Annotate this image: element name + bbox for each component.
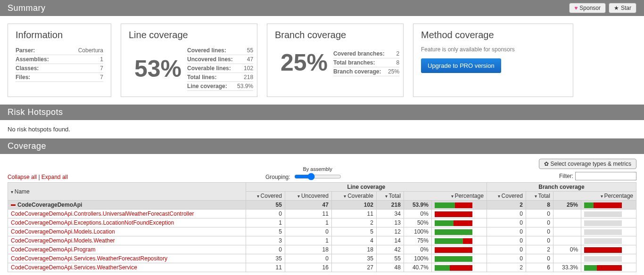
pct-bar-empty — [584, 211, 622, 217]
col-coverable[interactable]: Coverable — [331, 192, 376, 201]
branch-big-percent: 25% — [281, 51, 328, 74]
row-name: CodeCoverageDemoApi.Services.WeatherServ… — [8, 263, 246, 272]
select-metrics-button[interactable]: ✿Select coverage types & metrics — [539, 159, 636, 169]
class-link[interactable]: CodeCoverageDemoApi.Services.WeatherServ… — [11, 264, 137, 271]
upgrade-pro-button[interactable]: Upgrade to PRO version — [421, 58, 501, 73]
controls-sep: | — [37, 174, 41, 180]
summary-cards: Information Parser:CoberturaAssemblies:1… — [0, 16, 644, 105]
table-row: CodeCoverageDemoApi.Services.WeatherFore… — [8, 254, 636, 263]
card-method-title: Method coverage — [421, 30, 565, 40]
branch-key: Total branches: — [333, 59, 375, 66]
info-val: 7 — [66, 73, 103, 82]
class-link[interactable]: CodeCoverageDemoApi.Program — [11, 246, 95, 253]
risk-hotspots-title: Risk Hotspots — [8, 107, 63, 117]
pct-bar-empty — [584, 238, 622, 244]
filter-label: Filter: — [559, 173, 573, 179]
line-key: Total lines: — [187, 74, 216, 81]
pct-bar — [435, 202, 472, 208]
gear-icon: ✿ — [544, 161, 549, 167]
coverage-table-wrap: Name Line coverage Branch coverage Cover… — [0, 180, 644, 275]
line-val: 55 — [247, 47, 253, 54]
row-name: CodeCoverageDemoApi.Services.WeatherFore… — [8, 254, 246, 263]
pct-bar — [584, 265, 622, 271]
class-link[interactable]: CodeCoverageDemoApi.Models.Location — [11, 228, 115, 235]
table-row: CodeCoverageDemoApi.Models.Location50512… — [8, 227, 636, 236]
card-branch-title: Branch coverage — [275, 30, 396, 40]
line-val: 102 — [244, 65, 253, 72]
info-val: Cobertura — [66, 46, 103, 55]
info-key: Classes: — [16, 64, 66, 73]
star-button[interactable]: ★Star — [609, 3, 636, 13]
line-val: 47 — [247, 56, 253, 63]
row-name: CodeCoverageDemoApi.Models.Weather — [8, 236, 246, 245]
no-risk-text: No risk hotspots found. — [8, 126, 70, 133]
collapse-icon[interactable] — [11, 204, 16, 206]
table-row: CodeCoverageDemoApi.Models.Weather314147… — [8, 236, 636, 245]
line-key: Uncovered lines: — [187, 56, 233, 63]
pct-bar — [435, 211, 472, 217]
class-link[interactable]: CodeCoverageDemoApi.Exceptions.LocationN… — [11, 219, 174, 226]
collapse-all-link[interactable]: Collapse all — [8, 174, 37, 180]
info-key: Assemblies: — [16, 55, 66, 64]
coverage-title: Coverage — [8, 141, 46, 151]
class-link[interactable]: CodeCoverageDemoApi.Models.Weather — [11, 237, 115, 244]
info-val: 1 — [66, 55, 103, 64]
grouping-slider-wrap: By assembly — [294, 166, 341, 180]
controls-center: Grouping: By assembly — [77, 166, 529, 180]
branch-val: 2 — [396, 50, 399, 57]
star-icon: ★ — [614, 5, 619, 11]
col-b-percentage[interactable]: Percentage — [553, 192, 636, 201]
branch-val: 25% — [388, 68, 399, 75]
pct-bar — [435, 220, 472, 226]
col-uncovered[interactable]: Uncovered — [285, 192, 331, 201]
row-name: CodeCoverageDemoApi.Program — [8, 245, 246, 254]
row-name: CodeCoverageDemoApi.Models.Location — [8, 227, 246, 236]
card-line-coverage: Line coverage 53% Covered lines:55Uncove… — [121, 24, 257, 97]
filter-input[interactable] — [575, 172, 636, 180]
sponsor-button[interactable]: ♥Sponsor — [569, 3, 606, 13]
pct-bar-empty — [584, 229, 622, 235]
col-total[interactable]: Total — [376, 192, 404, 201]
col-covered[interactable]: Covered — [246, 192, 285, 201]
card-method-coverage: Method coverage Feature is only availabl… — [413, 24, 573, 97]
heart-icon: ♥ — [574, 5, 578, 11]
branch-key: Branch coverage: — [333, 68, 381, 75]
pct-bar — [435, 256, 472, 262]
table-row: CodeCoverageDemoApi.Controllers.Universa… — [8, 210, 636, 218]
line-key: Line coverage: — [187, 83, 227, 89]
line-kv: Covered lines:55Uncovered lines:47Covera… — [187, 46, 253, 91]
card-information-title: Information — [16, 30, 103, 40]
pct-bar — [435, 247, 472, 253]
coverage-table: Name Line coverage Branch coverage Cover… — [8, 182, 636, 272]
class-link[interactable]: CodeCoverageDemoApi.Controllers.Universa… — [11, 210, 194, 217]
card-information: Information Parser:CoberturaAssemblies:1… — [8, 24, 111, 97]
col-b-covered[interactable]: Covered — [487, 192, 526, 201]
info-table: Parser:CoberturaAssemblies:1Classes:7Fil… — [16, 46, 103, 82]
controls-left: Collapse all | Expand all — [8, 174, 68, 180]
col-percentage[interactable]: Percentage — [404, 192, 487, 201]
line-big-percent: 53% — [134, 57, 182, 81]
table-row: CodeCoverageDemoApi.Services.WeatherServ… — [8, 263, 636, 272]
group-branch: Branch coverage — [487, 183, 636, 192]
grouping-slider-label: By assembly — [303, 166, 332, 172]
grouping-slider[interactable] — [294, 173, 341, 180]
table-row: CodeCoverageDemoApi.Program01818420%020% — [8, 245, 636, 254]
expand-all-link[interactable]: Expand all — [41, 174, 68, 180]
row-name: CodeCoverageDemoApi.Controllers.Universa… — [8, 210, 246, 218]
pct-bar-empty — [584, 220, 622, 226]
branch-key: Covered branches: — [333, 50, 385, 57]
branch-val: 8 — [396, 59, 399, 66]
col-b-total[interactable]: Total — [526, 192, 553, 201]
info-key: Parser: — [16, 46, 66, 55]
select-metrics-label: Select coverage types & metrics — [551, 161, 631, 167]
pct-bar — [584, 202, 622, 208]
row-name[interactable]: CodeCoverageDemoApi — [8, 201, 246, 210]
controls-right: ✿Select coverage types & metrics Filter: — [539, 159, 636, 180]
col-name[interactable]: Name — [8, 183, 246, 201]
risk-hotspots-bar: Risk Hotspots — [0, 105, 644, 120]
class-link[interactable]: CodeCoverageDemoApi.Services.WeatherFore… — [11, 255, 167, 262]
pct-bar — [435, 238, 472, 244]
line-val: 53.9% — [237, 83, 253, 89]
branch-kv: Covered branches:2Total branches:8Branch… — [333, 49, 399, 76]
row-name: CodeCoverageDemoApi.Exceptions.LocationN… — [8, 218, 246, 227]
